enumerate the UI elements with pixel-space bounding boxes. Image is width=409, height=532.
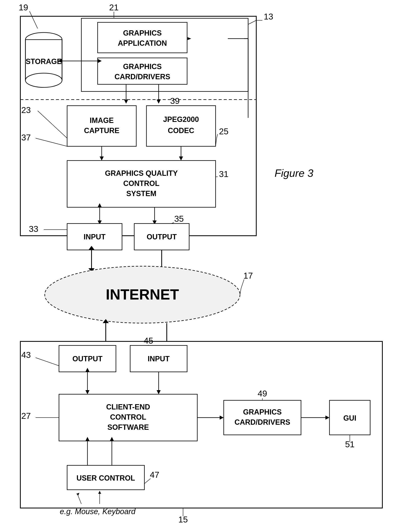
svg-line-25 xyxy=(241,280,244,289)
ref-47: 47 xyxy=(150,470,159,479)
ref-37: 37 xyxy=(21,133,31,142)
ref-27: 27 xyxy=(21,411,31,421)
ref-39: 39 xyxy=(170,96,180,106)
image-capture-box xyxy=(67,106,136,146)
ref-35: 35 xyxy=(174,214,184,224)
image-capture-label2: CAPTURE xyxy=(84,126,119,135)
ref-31: 31 xyxy=(219,169,229,179)
jpeg2000-box xyxy=(146,106,216,146)
graphics-card-bottom-label: GRAPHICS xyxy=(243,408,282,416)
jpeg2000-label2: CODEC xyxy=(168,126,194,135)
graphics-application-label2: APPLICATION xyxy=(118,39,167,47)
client-end-label1: CLIENT-END xyxy=(106,403,150,411)
gui-label: GUI xyxy=(343,414,356,422)
image-capture-label: IMAGE xyxy=(90,116,114,125)
ref-25: 25 xyxy=(219,126,229,136)
ref-21: 21 xyxy=(109,3,119,12)
ref-13: 13 xyxy=(264,12,273,21)
ref-49: 49 xyxy=(258,389,267,398)
storage-label: STORAGE xyxy=(26,57,62,66)
graphics-application-box xyxy=(98,22,187,53)
client-end-label2: CONTROL xyxy=(110,413,146,421)
graphics-card-top-label: GRAPHICS xyxy=(123,62,162,71)
graphics-application-label: GRAPHICS xyxy=(123,29,162,37)
gqcs-label1: GRAPHICS QUALITY xyxy=(105,169,178,177)
figure-label: Figure 3 xyxy=(275,167,313,179)
user-control-label: USER CONTROL xyxy=(76,474,135,482)
input-bottom-label: INPUT xyxy=(148,355,170,363)
ref-19: 19 xyxy=(19,3,28,12)
ref-23: 23 xyxy=(21,105,31,115)
svg-line-26 xyxy=(240,289,241,295)
ref-17: 17 xyxy=(243,271,253,280)
eg-mouse-keyboard-label: e.g. Mouse, Keyboard xyxy=(60,507,136,516)
graphics-card-bottom-label2: CARD/DRIVERS xyxy=(234,418,290,426)
ref-33: 33 xyxy=(29,224,38,234)
graphics-card-bottom-box xyxy=(224,400,301,435)
ref-45: 45 xyxy=(144,336,153,345)
gqcs-label3: SYSTEM xyxy=(126,189,156,198)
output-top-label: OUTPUT xyxy=(147,233,177,241)
ref-43: 43 xyxy=(21,350,31,360)
ref-15: 15 xyxy=(178,515,188,524)
jpeg2000-label: JPEG2000 xyxy=(163,115,199,124)
input-top-label: INPUT xyxy=(84,233,106,241)
client-end-label3: SOFTWARE xyxy=(107,423,149,431)
storage-cylinder-bottom xyxy=(25,73,62,87)
gqcs-label2: CONTROL xyxy=(123,179,159,188)
output-bottom-label: OUTPUT xyxy=(72,355,102,363)
internet-label: INTERNET xyxy=(106,286,179,303)
diagram-container: 13 19 STORAGE 21 GRAPHICS APPLICATION GR… xyxy=(0,0,409,532)
graphics-card-top-label2: CARD/DRIVERS xyxy=(114,72,170,81)
